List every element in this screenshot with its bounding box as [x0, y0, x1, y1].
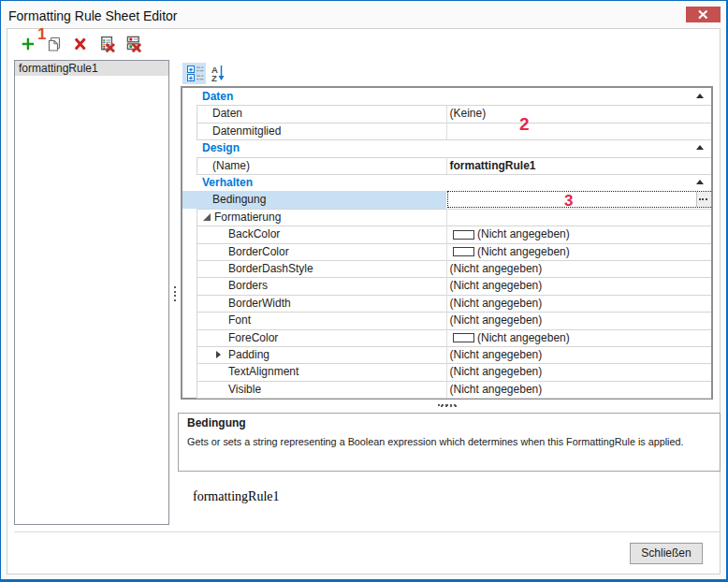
svg-text:Z: Z: [211, 73, 217, 83]
